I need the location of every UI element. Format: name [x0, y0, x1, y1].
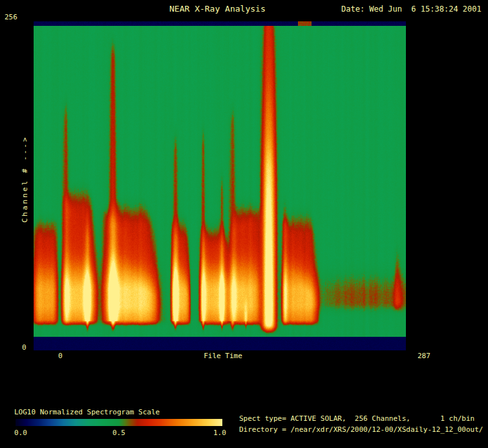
colorbar-label: LOG10 Normalized Spectrogram Scale — [14, 408, 160, 416]
directory-line: Directory = /near/xdr/XRS/2000/12-00/XSd… — [239, 425, 483, 434]
spectrogram-canvas — [34, 21, 406, 350]
x-axis-max-label: 287 — [418, 352, 430, 360]
colorbar-canvas — [16, 419, 222, 426]
colorbar-tick-mid: 0.5 — [112, 429, 125, 437]
colorbar-tick-min: 0.0 — [14, 429, 27, 437]
x-axis-min-label: 0 — [58, 352, 63, 360]
x-axis-title: File Time — [204, 352, 242, 360]
y-axis-min-label: 0 — [22, 343, 27, 352]
y-axis-max-label: 256 — [5, 13, 17, 21]
colorbar-tick-max: 1.0 — [213, 429, 226, 437]
spect-type-line: Spect type= ACTIVE SOLAR, 256 Channels, … — [239, 414, 474, 423]
y-axis-title: Channel # ---> — [21, 136, 29, 223]
date-label: Date: Wed Jun 6 15:38:24 2001 — [341, 5, 482, 14]
near-xray-analysis-window: { "theme": { "background": "#000000", "t… — [0, 0, 488, 448]
page-title: NEAR X-Ray Analysis — [169, 4, 266, 14]
